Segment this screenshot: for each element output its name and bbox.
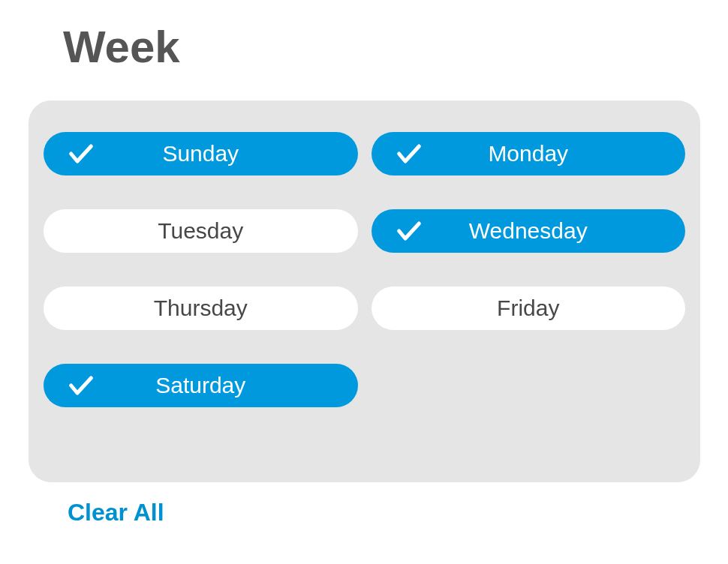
day-chip-saturday[interactable]: Saturday <box>44 364 358 407</box>
check-icon <box>66 139 96 169</box>
check-icon <box>394 216 424 246</box>
day-chip-sunday[interactable]: Sunday <box>44 132 358 176</box>
day-label: Wednesday <box>469 218 588 244</box>
check-icon <box>66 370 96 400</box>
day-chip-tuesday[interactable]: Tuesday <box>44 209 358 253</box>
page-title: Week <box>63 21 180 73</box>
day-label: Monday <box>488 141 568 166</box>
days-grid: SundayMondayTuesdayWednesdayThursdayFrid… <box>44 132 685 407</box>
clear-all-button[interactable]: Clear All <box>68 499 164 526</box>
week-selector-card: SundayMondayTuesdayWednesdayThursdayFrid… <box>29 100 700 482</box>
check-icon <box>394 139 424 169</box>
day-label: Friday <box>497 296 559 321</box>
day-chip-monday[interactable]: Monday <box>372 132 686 176</box>
day-chip-wednesday[interactable]: Wednesday <box>372 209 686 253</box>
day-label: Thursday <box>154 296 248 321</box>
day-chip-friday[interactable]: Friday <box>372 286 686 330</box>
day-chip-thursday[interactable]: Thursday <box>44 286 358 330</box>
day-label: Saturday <box>155 373 245 398</box>
day-label: Sunday <box>162 141 239 166</box>
day-label: Tuesday <box>158 218 243 244</box>
